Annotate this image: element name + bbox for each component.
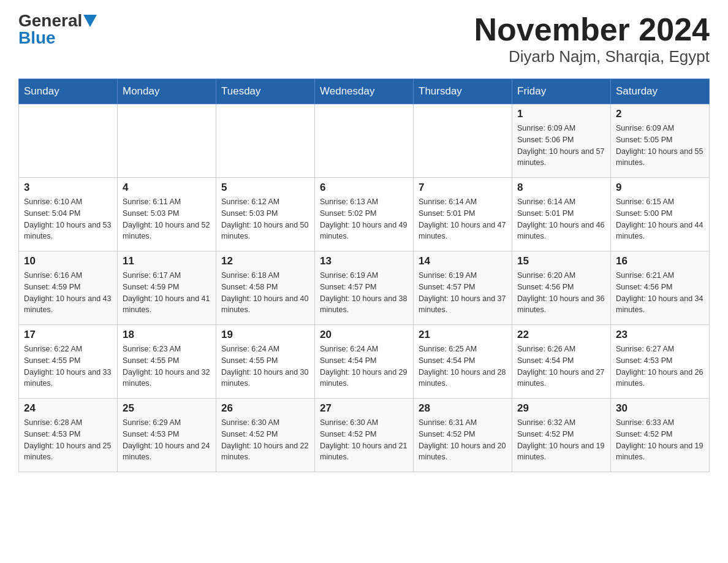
- day-number: 10: [24, 255, 112, 267]
- calendar-subtitle: Diyarb Najm, Sharqia, Egypt: [474, 47, 710, 66]
- day-number: 12: [221, 255, 309, 267]
- day-info: Sunrise: 6:31 AM Sunset: 4:52 PM Dayligh…: [419, 418, 506, 461]
- calendar-cell: [216, 104, 315, 178]
- day-number: 6: [320, 182, 408, 194]
- calendar-cell: 29Sunrise: 6:32 AM Sunset: 4:52 PM Dayli…: [512, 399, 611, 472]
- calendar-cell: 30Sunrise: 6:33 AM Sunset: 4:52 PM Dayli…: [611, 399, 710, 472]
- day-number: 29: [517, 402, 605, 415]
- day-info: Sunrise: 6:12 AM Sunset: 5:03 PM Dayligh…: [221, 197, 308, 240]
- calendar-cell: 9Sunrise: 6:15 AM Sunset: 5:00 PM Daylig…: [611, 178, 710, 251]
- day-info: Sunrise: 6:20 AM Sunset: 4:56 PM Dayligh…: [517, 271, 604, 314]
- day-info: Sunrise: 6:16 AM Sunset: 4:59 PM Dayligh…: [24, 271, 111, 314]
- svg-marker-0: [83, 15, 97, 27]
- day-info: Sunrise: 6:25 AM Sunset: 4:54 PM Dayligh…: [419, 345, 506, 388]
- calendar-cell: 22Sunrise: 6:26 AM Sunset: 4:54 PM Dayli…: [512, 325, 611, 399]
- day-number: 20: [320, 329, 408, 341]
- day-header-thursday: Thursday: [414, 79, 512, 104]
- day-number: 1: [517, 108, 605, 120]
- day-number: 15: [517, 255, 605, 267]
- calendar-cell: 2Sunrise: 6:09 AM Sunset: 5:05 PM Daylig…: [611, 104, 710, 178]
- day-info: Sunrise: 6:15 AM Sunset: 5:00 PM Dayligh…: [616, 197, 703, 240]
- day-info: Sunrise: 6:11 AM Sunset: 5:03 PM Dayligh…: [123, 197, 210, 240]
- logo-general-text: General: [18, 12, 82, 29]
- calendar-cell: 16Sunrise: 6:21 AM Sunset: 4:56 PM Dayli…: [611, 251, 710, 325]
- calendar-cell: 10Sunrise: 6:16 AM Sunset: 4:59 PM Dayli…: [19, 251, 118, 325]
- calendar-cell: 14Sunrise: 6:19 AM Sunset: 4:57 PM Dayli…: [414, 251, 512, 325]
- calendar-cell: 8Sunrise: 6:14 AM Sunset: 5:01 PM Daylig…: [512, 178, 611, 251]
- day-number: 25: [123, 402, 211, 415]
- calendar-cell: 23Sunrise: 6:27 AM Sunset: 4:53 PM Dayli…: [611, 325, 710, 399]
- calendar-cell: 15Sunrise: 6:20 AM Sunset: 4:56 PM Dayli…: [512, 251, 611, 325]
- day-number: 13: [320, 255, 408, 267]
- day-number: 14: [419, 255, 507, 267]
- day-info: Sunrise: 6:27 AM Sunset: 4:53 PM Dayligh…: [616, 345, 703, 388]
- logo: General Blue: [18, 12, 97, 47]
- day-number: 7: [419, 182, 507, 194]
- calendar-cell: 21Sunrise: 6:25 AM Sunset: 4:54 PM Dayli…: [414, 325, 512, 399]
- calendar-cell: 25Sunrise: 6:29 AM Sunset: 4:53 PM Dayli…: [118, 399, 216, 472]
- day-info: Sunrise: 6:23 AM Sunset: 4:55 PM Dayligh…: [123, 345, 210, 388]
- day-number: 9: [616, 182, 704, 194]
- week-row-2: 3Sunrise: 6:10 AM Sunset: 5:04 PM Daylig…: [19, 178, 710, 251]
- calendar-cell: 24Sunrise: 6:28 AM Sunset: 4:53 PM Dayli…: [19, 399, 118, 472]
- day-header-wednesday: Wednesday: [315, 79, 414, 104]
- calendar-cell: 27Sunrise: 6:30 AM Sunset: 4:52 PM Dayli…: [315, 399, 414, 472]
- page-header: General Blue November 2024 Diyarb Najm, …: [18, 12, 710, 66]
- day-info: Sunrise: 6:14 AM Sunset: 5:01 PM Dayligh…: [419, 197, 506, 240]
- calendar-body: 1Sunrise: 6:09 AM Sunset: 5:06 PM Daylig…: [19, 104, 710, 472]
- day-info: Sunrise: 6:26 AM Sunset: 4:54 PM Dayligh…: [517, 345, 604, 388]
- day-number: 8: [517, 182, 605, 194]
- calendar-cell: 28Sunrise: 6:31 AM Sunset: 4:52 PM Dayli…: [414, 399, 512, 472]
- calendar-cell: 20Sunrise: 6:24 AM Sunset: 4:54 PM Dayli…: [315, 325, 414, 399]
- day-number: 3: [24, 182, 112, 194]
- week-row-1: 1Sunrise: 6:09 AM Sunset: 5:06 PM Daylig…: [19, 104, 710, 178]
- day-info: Sunrise: 6:33 AM Sunset: 4:52 PM Dayligh…: [616, 418, 703, 461]
- day-number: 18: [123, 329, 211, 341]
- day-info: Sunrise: 6:17 AM Sunset: 4:59 PM Dayligh…: [123, 271, 210, 314]
- day-number: 19: [221, 329, 309, 341]
- day-info: Sunrise: 6:28 AM Sunset: 4:53 PM Dayligh…: [24, 418, 111, 461]
- day-number: 26: [221, 402, 309, 415]
- day-number: 2: [616, 108, 704, 120]
- day-number: 5: [221, 182, 309, 194]
- day-number: 17: [24, 329, 112, 341]
- calendar-cell: 19Sunrise: 6:24 AM Sunset: 4:55 PM Dayli…: [216, 325, 315, 399]
- day-header-saturday: Saturday: [611, 79, 710, 104]
- day-header-tuesday: Tuesday: [216, 79, 315, 104]
- day-info: Sunrise: 6:19 AM Sunset: 4:57 PM Dayligh…: [419, 271, 506, 314]
- day-number: 30: [616, 402, 704, 415]
- calendar-cell: 17Sunrise: 6:22 AM Sunset: 4:55 PM Dayli…: [19, 325, 118, 399]
- day-info: Sunrise: 6:22 AM Sunset: 4:55 PM Dayligh…: [24, 345, 111, 388]
- week-row-5: 24Sunrise: 6:28 AM Sunset: 4:53 PM Dayli…: [19, 399, 710, 472]
- day-number: 16: [616, 255, 704, 267]
- week-row-4: 17Sunrise: 6:22 AM Sunset: 4:55 PM Dayli…: [19, 325, 710, 399]
- day-info: Sunrise: 6:13 AM Sunset: 5:02 PM Dayligh…: [320, 197, 407, 240]
- calendar-cell: 1Sunrise: 6:09 AM Sunset: 5:06 PM Daylig…: [512, 104, 611, 178]
- day-info: Sunrise: 6:21 AM Sunset: 4:56 PM Dayligh…: [616, 271, 703, 314]
- day-number: 24: [24, 402, 112, 415]
- calendar-cell: 3Sunrise: 6:10 AM Sunset: 5:04 PM Daylig…: [19, 178, 118, 251]
- day-header-monday: Monday: [118, 79, 216, 104]
- calendar-header: SundayMondayTuesdayWednesdayThursdayFrid…: [19, 79, 710, 104]
- day-info: Sunrise: 6:14 AM Sunset: 5:01 PM Dayligh…: [517, 197, 604, 240]
- calendar-cell: 18Sunrise: 6:23 AM Sunset: 4:55 PM Dayli…: [118, 325, 216, 399]
- day-number: 4: [123, 182, 211, 194]
- day-number: 22: [517, 329, 605, 341]
- calendar-cell: 12Sunrise: 6:18 AM Sunset: 4:58 PM Dayli…: [216, 251, 315, 325]
- day-info: Sunrise: 6:10 AM Sunset: 5:04 PM Dayligh…: [24, 197, 111, 240]
- day-header-friday: Friday: [512, 79, 611, 104]
- calendar-cell: 4Sunrise: 6:11 AM Sunset: 5:03 PM Daylig…: [118, 178, 216, 251]
- calendar-title: November 2024: [474, 12, 710, 47]
- week-row-3: 10Sunrise: 6:16 AM Sunset: 4:59 PM Dayli…: [19, 251, 710, 325]
- calendar-cell: 11Sunrise: 6:17 AM Sunset: 4:59 PM Dayli…: [118, 251, 216, 325]
- day-info: Sunrise: 6:09 AM Sunset: 5:05 PM Dayligh…: [616, 124, 703, 167]
- day-info: Sunrise: 6:19 AM Sunset: 4:57 PM Dayligh…: [320, 271, 407, 314]
- days-of-week-row: SundayMondayTuesdayWednesdayThursdayFrid…: [19, 79, 710, 104]
- calendar-table: SundayMondayTuesdayWednesdayThursdayFrid…: [18, 79, 710, 472]
- calendar-cell: 13Sunrise: 6:19 AM Sunset: 4:57 PM Dayli…: [315, 251, 414, 325]
- day-number: 21: [419, 329, 507, 341]
- day-info: Sunrise: 6:29 AM Sunset: 4:53 PM Dayligh…: [123, 418, 210, 461]
- title-block: November 2024 Diyarb Najm, Sharqia, Egyp…: [474, 12, 710, 66]
- day-number: 28: [419, 402, 507, 415]
- calendar-cell: 6Sunrise: 6:13 AM Sunset: 5:02 PM Daylig…: [315, 178, 414, 251]
